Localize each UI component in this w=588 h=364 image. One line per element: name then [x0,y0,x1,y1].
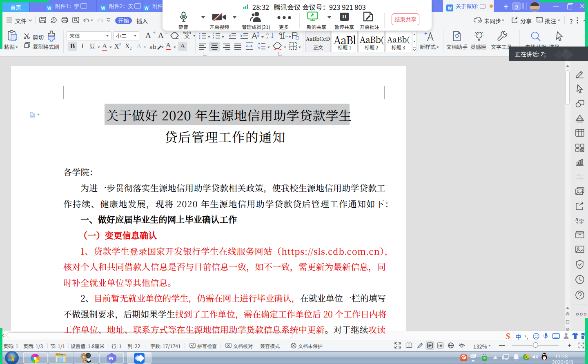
svg-text:字: 字 [579,218,584,225]
svg-text:A: A [266,32,269,36]
svg-text:Z: Z [266,36,269,40]
svg-text:a: a [575,216,579,222]
